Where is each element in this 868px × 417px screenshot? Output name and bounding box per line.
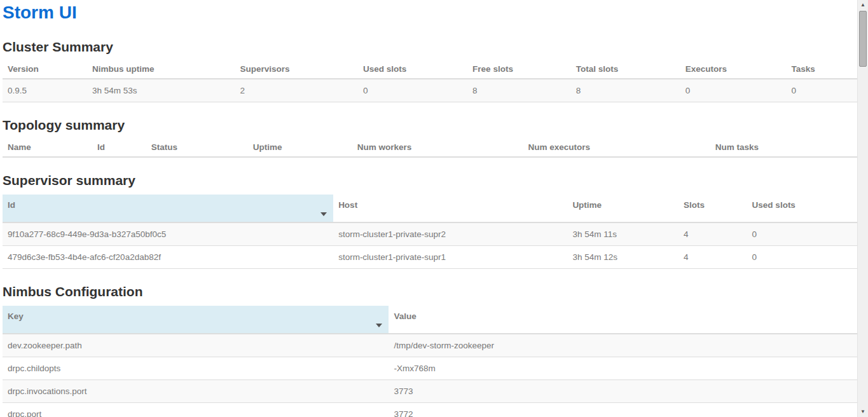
scroll-down-icon[interactable]: ▼ [858, 407, 868, 417]
table-cell: -Xmx768m [389, 357, 857, 380]
table-cell: storm-cluster1-private-supr2 [333, 222, 567, 246]
table-cell: /tmp/dev-storm-zookeeper [389, 334, 857, 357]
column-header-label: Value [394, 311, 852, 327]
table-cell: drpc.invocations.port [3, 380, 389, 403]
column-header-label: Nimbus uptime [92, 64, 230, 74]
cluster-summary-heading: Cluster Summary [3, 39, 857, 55]
column-header-uptime: Uptime [248, 139, 352, 157]
table-cell: 0.9.5 [3, 79, 87, 102]
column-header-label: Host [338, 200, 562, 216]
topology-summary-heading: Topology summary [3, 118, 857, 133]
supervisor-summary-table: IdHostUptimeSlotsUsed slots9f10a277-68c9… [3, 195, 857, 269]
column-header-value[interactable]: Value [389, 306, 857, 334]
column-header-label: Uptime [253, 142, 347, 152]
vertical-scrollbar[interactable]: ▲ ▼ [857, 0, 868, 417]
column-header-num-tasks: Num tasks [710, 139, 857, 157]
table-row: drpc.invocations.port3773 [3, 380, 857, 403]
table-cell: dev.zookeeper.path [3, 334, 389, 357]
column-header-label: Uptime [572, 200, 673, 216]
column-header-label: Used slots [363, 64, 462, 74]
column-header-label: Executors [685, 64, 782, 74]
column-header-slots[interactable]: Slots [679, 195, 747, 222]
cluster-summary-table: VersionNimbus uptimeSupervisorsUsed slot… [3, 61, 857, 102]
sort-descending-icon [320, 212, 327, 216]
supervisor-summary-heading: Supervisor summary [3, 173, 857, 188]
table-row: 9f10a277-68c9-449e-9d3a-b327a50bf0c5stor… [3, 222, 857, 246]
table-cell: 3773 [389, 380, 857, 403]
table-cell: 8 [571, 79, 680, 102]
table-row: drpc.childopts-Xmx768m [3, 357, 857, 380]
header-row: NameIdStatusUptimeNum workersNum executo… [3, 139, 857, 157]
column-header-executors: Executors [680, 61, 787, 79]
column-header-free-slots: Free slots [467, 61, 571, 79]
column-header-status: Status [146, 139, 248, 157]
table-cell: 4 [679, 222, 747, 246]
table-cell: drpc.childopts [3, 357, 389, 380]
storm-ui-page: Storm UI Cluster Summary VersionNimbus u… [0, 0, 868, 417]
table-cell: 479d6c3e-fb53-4b4e-afc6-cf20a2dab82f [3, 246, 333, 269]
table-cell: 0 [358, 79, 467, 102]
table-row: drpc.port3772 [3, 403, 857, 417]
column-header-num-executors: Num executors [523, 139, 710, 157]
table-row: 0.9.53h 54m 53s208800 [3, 79, 857, 102]
table-cell: storm-cluster1-private-supr1 [333, 246, 567, 269]
table-cell: 8 [467, 79, 571, 102]
table-cell: 9f10a277-68c9-449e-9d3a-b327a50bf0c5 [3, 222, 333, 246]
main-content: Storm UI Cluster Summary VersionNimbus u… [0, 0, 857, 417]
table-cell: 3h 54m 53s [87, 79, 235, 102]
column-header-label: Supervisors [240, 64, 354, 74]
table-cell: drpc.port [3, 403, 389, 417]
nimbus-configuration-table: KeyValuedev.zookeeper.path/tmp/dev-storm… [3, 306, 857, 417]
column-header-host[interactable]: Host [333, 195, 567, 222]
column-header-tasks: Tasks [786, 61, 857, 79]
column-header-version: Version [3, 61, 87, 79]
column-header-label: Key [8, 311, 383, 327]
column-header-total-slots: Total slots [571, 61, 680, 79]
column-header-label: Version [8, 64, 82, 74]
header-row: IdHostUptimeSlotsUsed slots [3, 195, 857, 222]
column-header-label: Name [8, 142, 87, 152]
column-header-supervisors: Supervisors [235, 61, 359, 79]
column-header-key[interactable]: Key [3, 306, 389, 334]
table-row: dev.zookeeper.path/tmp/dev-storm-zookeep… [3, 334, 857, 357]
table-cell: 0 [786, 79, 857, 102]
table-cell: 2 [235, 79, 359, 102]
column-header-label: Used slots [752, 200, 852, 216]
table-cell: 3h 54m 11s [567, 222, 679, 246]
column-header-label: Tasks [791, 64, 852, 74]
column-header-label: Slots [684, 200, 742, 216]
column-header-used-slots: Used slots [358, 61, 467, 79]
table-cell: 4 [679, 246, 747, 269]
column-header-num-workers: Num workers [352, 139, 523, 157]
column-header-label: Id [8, 200, 328, 216]
column-header-label: Num workers [357, 142, 518, 152]
table-cell: 0 [680, 79, 787, 102]
column-header-uptime[interactable]: Uptime [567, 195, 679, 222]
column-header-id: Id [92, 139, 146, 157]
column-header-label: Id [97, 142, 141, 152]
column-header-label: Num tasks [715, 142, 852, 152]
column-header-used-slots[interactable]: Used slots [747, 195, 857, 222]
scrollbar-thumb[interactable] [859, 11, 867, 67]
scroll-up-icon[interactable]: ▲ [858, 0, 868, 10]
header-row: KeyValue [3, 306, 857, 334]
page-title[interactable]: Storm UI [3, 3, 857, 22]
column-header-name: Name [3, 139, 92, 157]
table-cell: 0 [747, 222, 857, 246]
sort-descending-icon [376, 324, 382, 327]
column-header-id[interactable]: Id [3, 195, 333, 222]
column-header-label: Total slots [576, 64, 675, 74]
table-cell: 0 [747, 246, 857, 269]
nimbus-configuration-heading: Nimbus Configuration [3, 284, 857, 299]
header-row: VersionNimbus uptimeSupervisorsUsed slot… [3, 61, 857, 79]
table-row: 479d6c3e-fb53-4b4e-afc6-cf20a2dab82fstor… [3, 246, 857, 269]
column-header-label: Free slots [472, 64, 566, 74]
column-header-label: Num executors [528, 142, 705, 152]
column-header-label: Status [151, 142, 243, 152]
table-cell: 3h 54m 12s [567, 246, 679, 269]
column-header-nimbus-uptime: Nimbus uptime [87, 61, 235, 79]
topology-summary-table: NameIdStatusUptimeNum workersNum executo… [3, 139, 857, 158]
table-cell: 3772 [389, 403, 857, 417]
